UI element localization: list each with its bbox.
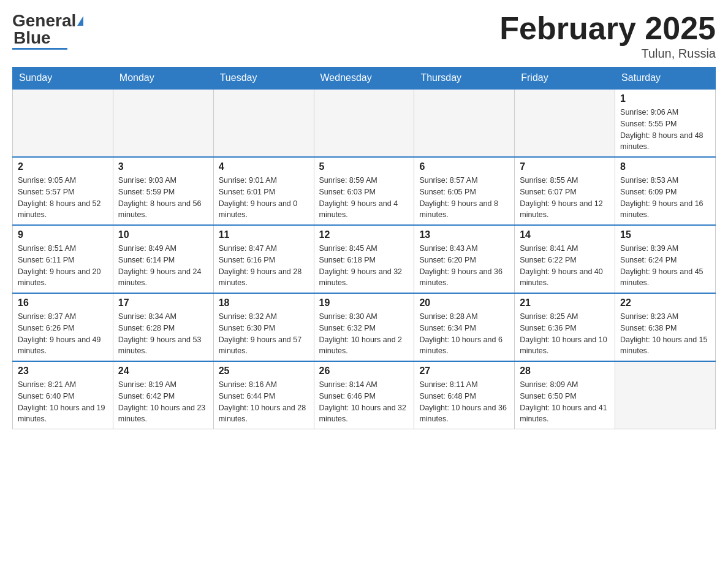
logo-underline — [12, 48, 67, 50]
calendar-cell: 6Sunrise: 8:57 AMSunset: 6:05 PMDaylight… — [414, 157, 515, 225]
calendar-cell — [113, 89, 213, 157]
page-header: General Blue February 2025 Tulun, Russia — [12, 12, 716, 61]
day-number: 28 — [520, 366, 610, 377]
day-info: Sunrise: 9:01 AMSunset: 6:01 PMDaylight:… — [219, 175, 309, 221]
calendar-cell: 5Sunrise: 8:59 AMSunset: 6:03 PMDaylight… — [314, 157, 414, 225]
day-info: Sunrise: 8:11 AMSunset: 6:48 PMDaylight:… — [419, 379, 509, 425]
day-number: 17 — [118, 297, 208, 308]
calendar-cell: 9Sunrise: 8:51 AMSunset: 6:11 PMDaylight… — [13, 225, 113, 293]
calendar-header-row: SundayMondayTuesdayWednesdayThursdayFrid… — [13, 67, 716, 90]
day-info: Sunrise: 8:37 AMSunset: 6:26 PMDaylight:… — [18, 311, 108, 357]
calendar-cell — [213, 89, 314, 157]
calendar-cell: 19Sunrise: 8:30 AMSunset: 6:32 PMDayligh… — [314, 293, 414, 361]
day-of-week-header: Friday — [515, 67, 615, 90]
calendar-week-row: 9Sunrise: 8:51 AMSunset: 6:11 PMDaylight… — [13, 225, 716, 293]
calendar-cell: 27Sunrise: 8:11 AMSunset: 6:48 PMDayligh… — [414, 361, 515, 429]
calendar-cell: 18Sunrise: 8:32 AMSunset: 6:30 PMDayligh… — [213, 293, 314, 361]
day-number: 1 — [620, 93, 710, 104]
calendar-cell: 2Sunrise: 9:05 AMSunset: 5:57 PMDaylight… — [13, 157, 113, 225]
calendar-table: SundayMondayTuesdayWednesdayThursdayFrid… — [12, 67, 716, 429]
day-number: 19 — [319, 297, 409, 308]
day-number: 18 — [219, 297, 309, 308]
day-number: 22 — [620, 297, 710, 308]
location-text: Tulun, Russia — [499, 47, 716, 61]
day-number: 24 — [118, 366, 208, 377]
day-number: 15 — [620, 229, 710, 240]
calendar-cell: 25Sunrise: 8:16 AMSunset: 6:44 PMDayligh… — [213, 361, 314, 429]
day-of-week-header: Monday — [113, 67, 213, 90]
day-info: Sunrise: 8:39 AMSunset: 6:24 PMDaylight:… — [620, 243, 710, 289]
day-info: Sunrise: 8:43 AMSunset: 6:20 PMDaylight:… — [419, 243, 509, 289]
calendar-cell: 22Sunrise: 8:23 AMSunset: 6:38 PMDayligh… — [615, 293, 716, 361]
calendar-cell: 12Sunrise: 8:45 AMSunset: 6:18 PMDayligh… — [314, 225, 414, 293]
calendar-cell: 21Sunrise: 8:25 AMSunset: 6:36 PMDayligh… — [515, 293, 615, 361]
calendar-cell — [414, 89, 515, 157]
day-of-week-header: Thursday — [414, 67, 515, 90]
day-info: Sunrise: 8:55 AMSunset: 6:07 PMDaylight:… — [520, 175, 610, 221]
month-title: February 2025 — [499, 12, 716, 44]
day-of-week-header: Saturday — [615, 67, 716, 90]
day-number: 8 — [620, 161, 710, 172]
day-info: Sunrise: 8:47 AMSunset: 6:16 PMDaylight:… — [219, 243, 309, 289]
day-number: 7 — [520, 161, 610, 172]
calendar-cell: 24Sunrise: 8:19 AMSunset: 6:42 PMDayligh… — [113, 361, 213, 429]
logo-triangle-icon — [77, 16, 83, 26]
calendar-cell: 1Sunrise: 9:06 AMSunset: 5:55 PMDaylight… — [615, 89, 716, 157]
logo: General Blue — [12, 12, 83, 50]
calendar-cell: 8Sunrise: 8:53 AMSunset: 6:09 PMDaylight… — [615, 157, 716, 225]
day-info: Sunrise: 8:16 AMSunset: 6:44 PMDaylight:… — [219, 379, 309, 425]
calendar-cell: 4Sunrise: 9:01 AMSunset: 6:01 PMDaylight… — [213, 157, 314, 225]
day-info: Sunrise: 8:57 AMSunset: 6:05 PMDaylight:… — [419, 175, 509, 221]
calendar-cell: 16Sunrise: 8:37 AMSunset: 6:26 PMDayligh… — [13, 293, 113, 361]
day-info: Sunrise: 8:49 AMSunset: 6:14 PMDaylight:… — [118, 243, 208, 289]
day-info: Sunrise: 8:14 AMSunset: 6:46 PMDaylight:… — [319, 379, 409, 425]
logo-general-text: General — [12, 12, 76, 29]
day-info: Sunrise: 8:28 AMSunset: 6:34 PMDaylight:… — [419, 311, 509, 357]
day-number: 10 — [118, 229, 208, 240]
day-number: 3 — [118, 161, 208, 172]
calendar-cell — [515, 89, 615, 157]
day-info: Sunrise: 8:19 AMSunset: 6:42 PMDaylight:… — [118, 379, 208, 425]
day-number: 21 — [520, 297, 610, 308]
day-info: Sunrise: 8:23 AMSunset: 6:38 PMDaylight:… — [620, 311, 710, 357]
day-info: Sunrise: 8:51 AMSunset: 6:11 PMDaylight:… — [18, 243, 108, 289]
day-info: Sunrise: 8:09 AMSunset: 6:50 PMDaylight:… — [520, 379, 610, 425]
day-number: 2 — [18, 161, 108, 172]
calendar-cell — [615, 361, 716, 429]
day-info: Sunrise: 9:05 AMSunset: 5:57 PMDaylight:… — [18, 175, 108, 221]
day-of-week-header: Sunday — [13, 67, 113, 90]
day-number: 16 — [18, 297, 108, 308]
day-info: Sunrise: 8:59 AMSunset: 6:03 PMDaylight:… — [319, 175, 409, 221]
calendar-cell: 26Sunrise: 8:14 AMSunset: 6:46 PMDayligh… — [314, 361, 414, 429]
day-number: 12 — [319, 229, 409, 240]
day-number: 23 — [18, 366, 108, 377]
calendar-cell: 14Sunrise: 8:41 AMSunset: 6:22 PMDayligh… — [515, 225, 615, 293]
day-info: Sunrise: 9:03 AMSunset: 5:59 PMDaylight:… — [118, 175, 208, 221]
calendar-week-row: 2Sunrise: 9:05 AMSunset: 5:57 PMDaylight… — [13, 157, 716, 225]
calendar-cell: 15Sunrise: 8:39 AMSunset: 6:24 PMDayligh… — [615, 225, 716, 293]
calendar-week-row: 16Sunrise: 8:37 AMSunset: 6:26 PMDayligh… — [13, 293, 716, 361]
day-number: 5 — [319, 161, 409, 172]
calendar-cell: 28Sunrise: 8:09 AMSunset: 6:50 PMDayligh… — [515, 361, 615, 429]
calendar-cell: 3Sunrise: 9:03 AMSunset: 5:59 PMDaylight… — [113, 157, 213, 225]
day-info: Sunrise: 8:41 AMSunset: 6:22 PMDaylight:… — [520, 243, 610, 289]
calendar-week-row: 1Sunrise: 9:06 AMSunset: 5:55 PMDaylight… — [13, 89, 716, 157]
calendar-cell: 17Sunrise: 8:34 AMSunset: 6:28 PMDayligh… — [113, 293, 213, 361]
day-info: Sunrise: 8:25 AMSunset: 6:36 PMDaylight:… — [520, 311, 610, 357]
day-number: 6 — [419, 161, 509, 172]
day-info: Sunrise: 8:53 AMSunset: 6:09 PMDaylight:… — [620, 175, 710, 221]
day-number: 11 — [219, 229, 309, 240]
calendar-cell: 20Sunrise: 8:28 AMSunset: 6:34 PMDayligh… — [414, 293, 515, 361]
day-info: Sunrise: 8:34 AMSunset: 6:28 PMDaylight:… — [118, 311, 208, 357]
day-number: 27 — [419, 366, 509, 377]
calendar-body: 1Sunrise: 9:06 AMSunset: 5:55 PMDaylight… — [13, 89, 716, 429]
calendar-cell — [13, 89, 113, 157]
day-info: Sunrise: 8:30 AMSunset: 6:32 PMDaylight:… — [319, 311, 409, 357]
calendar-cell: 23Sunrise: 8:21 AMSunset: 6:40 PMDayligh… — [13, 361, 113, 429]
day-info: Sunrise: 9:06 AMSunset: 5:55 PMDaylight:… — [620, 107, 710, 153]
day-number: 20 — [419, 297, 509, 308]
logo-blue-text: Blue — [13, 28, 51, 47]
title-block: February 2025 Tulun, Russia — [499, 12, 716, 61]
calendar-cell: 10Sunrise: 8:49 AMSunset: 6:14 PMDayligh… — [113, 225, 213, 293]
day-number: 9 — [18, 229, 108, 240]
